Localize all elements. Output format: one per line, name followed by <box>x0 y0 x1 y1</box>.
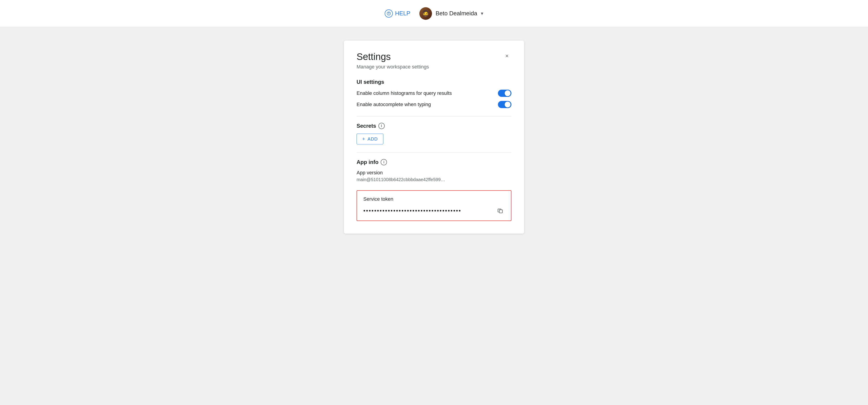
secrets-title: Secrets i <box>356 123 512 129</box>
toggle-autocomplete[interactable] <box>498 101 512 108</box>
toggle-row-autocomplete: Enable autocomplete when typing <box>356 101 512 108</box>
service-token-row: •••••••••••••••••••••••••••••••••••• <box>363 206 505 215</box>
divider-2 <box>356 152 512 153</box>
app-version-value: main@51011008b6422cbbbdaae42ffe599… <box>356 177 512 182</box>
copy-token-button[interactable] <box>496 206 505 215</box>
toggle-histograms-label: Enable column histograms for query resul… <box>356 90 452 96</box>
settings-title: Settings <box>356 51 391 62</box>
top-bar-inner: HELP 🧔 Beto Dealmeida ▾ <box>385 7 483 20</box>
top-bar: HELP 🧔 Beto Dealmeida ▾ <box>0 0 868 27</box>
secrets-section: Secrets i + ADD <box>356 123 512 144</box>
help-link[interactable]: HELP <box>385 9 410 18</box>
close-button[interactable]: × <box>502 51 512 60</box>
toggle-autocomplete-label: Enable autocomplete when typing <box>356 102 431 108</box>
service-token-section: Service token ••••••••••••••••••••••••••… <box>356 190 512 221</box>
main-content: Settings × Manage your workspace setting… <box>0 27 868 405</box>
secrets-info-icon: i <box>378 123 385 129</box>
settings-subtitle: Manage your workspace settings <box>356 64 512 70</box>
settings-panel: Settings × Manage your workspace setting… <box>344 40 524 234</box>
ui-settings-title: UI settings <box>356 79 512 85</box>
svg-rect-2 <box>499 210 502 213</box>
settings-header: Settings × <box>356 51 512 62</box>
user-dropdown-arrow: ▾ <box>481 10 483 17</box>
add-plus-icon: + <box>362 136 365 142</box>
user-name: Beto Dealmeida <box>436 10 477 17</box>
service-token-dots: •••••••••••••••••••••••••••••••••••• <box>363 207 496 214</box>
app-info-icon: i <box>381 159 387 165</box>
toggle-histograms[interactable] <box>498 90 512 97</box>
ui-settings-section: UI settings Enable column histograms for… <box>356 79 512 108</box>
app-info-section: App info i App version main@51011008b642… <box>356 159 512 182</box>
svg-point-1 <box>389 14 389 15</box>
app-version-row: App version main@51011008b6422cbbbdaae42… <box>356 170 512 182</box>
avatar-face: 🧔 <box>422 10 430 17</box>
help-icon <box>385 9 393 18</box>
service-token-title: Service token <box>363 196 505 202</box>
add-secret-button[interactable]: + ADD <box>356 134 383 144</box>
add-secret-label: ADD <box>368 137 378 142</box>
app-version-label: App version <box>356 170 512 176</box>
toggle-row-histograms: Enable column histograms for query resul… <box>356 90 512 97</box>
app-info-title: App info i <box>356 159 512 165</box>
user-section[interactable]: 🧔 Beto Dealmeida ▾ <box>420 7 483 20</box>
avatar: 🧔 <box>420 7 432 20</box>
help-label: HELP <box>395 10 410 17</box>
